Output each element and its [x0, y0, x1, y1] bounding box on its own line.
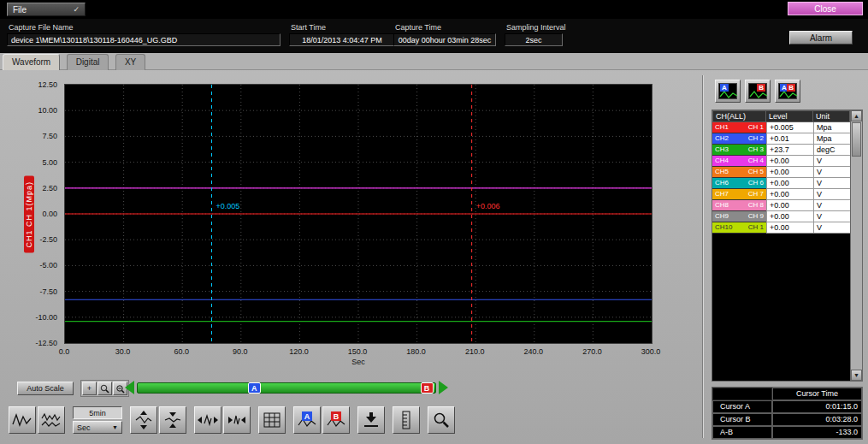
horizontal-compress-button[interactable]	[223, 406, 251, 434]
channel-row[interactable]: CH5CH 5+0.00V	[712, 167, 850, 178]
time-unit-label: Sec	[77, 423, 91, 432]
horizontal-expand-button[interactable]	[194, 406, 221, 434]
cursor-a-display-button[interactable]: A	[715, 80, 741, 103]
cursor-a-marker[interactable]: A	[248, 382, 261, 394]
horizontal-expand-icon	[198, 411, 218, 429]
sampling-interval-field[interactable]	[505, 33, 563, 46]
down-arrow-icon	[363, 411, 380, 429]
vertical-compress-button[interactable]	[159, 406, 186, 434]
y-axis-labels: 12.5010.007.505.002.500.00-2.50-5.00-7.5…	[7, 84, 61, 344]
column-header-channel: CH(ALL)	[712, 110, 766, 122]
zoom-select-button[interactable]	[97, 382, 112, 395]
ruler-icon	[400, 411, 412, 429]
y-tick-label: -10.00	[7, 313, 57, 322]
waveform-display-button[interactable]	[9, 406, 36, 434]
scroll-up-icon[interactable]: ▲	[851, 110, 862, 121]
channel-row[interactable]: CH7CH 7+0.00V	[712, 189, 850, 200]
vertical-expand-icon	[133, 411, 154, 429]
y-tick-label: 7.50	[7, 132, 57, 140]
cursor-a-button[interactable]: A	[293, 406, 321, 434]
y-tick-label: 12.50	[7, 80, 57, 89]
cursor-b-display-button[interactable]: B	[745, 80, 771, 103]
capture-time-field[interactable]	[393, 33, 496, 46]
chevron-down-icon: ▼	[112, 424, 118, 430]
time-unit-dropdown[interactable]: Sec ▼	[73, 421, 122, 434]
cursor-a-screen-icon: A	[718, 83, 737, 99]
cursor-b-time-value: 0:03:28.0	[772, 413, 862, 426]
cursor-ab-time-value: -133.0	[772, 426, 862, 439]
capture-file-name-field[interactable]	[7, 33, 280, 46]
cursor-ab-row-label: A-B	[712, 426, 772, 439]
alarm-button[interactable]: Alarm	[789, 31, 853, 44]
panel-divider	[702, 75, 704, 438]
y-tick-label: 2.50	[7, 184, 57, 192]
channel-unit-value: V	[813, 222, 850, 234]
channel-id-badge: CH3CH 3	[712, 145, 766, 156]
channel-row[interactable]: CH10CH 1+0.00V	[712, 222, 850, 234]
scroll-left-arrow-icon[interactable]	[125, 381, 134, 394]
file-menu-button[interactable]: File ✓	[7, 3, 86, 16]
scale-ruler-button[interactable]	[393, 406, 420, 434]
vertical-expand-button[interactable]	[130, 406, 157, 434]
channel-level-value: +0.00	[766, 189, 813, 200]
zoom-tool-group: +	[80, 380, 129, 397]
time-scrollbar: A B	[125, 380, 448, 395]
magnifier-pan-icon	[115, 384, 125, 394]
channel-unit-value: V	[813, 189, 850, 200]
x-tick-label: 240.0	[524, 347, 544, 356]
channel-level-value: +0.00	[766, 167, 813, 178]
x-tick-label: 0.0	[59, 347, 70, 356]
channel-row[interactable]: CH3CH 3+23.7degC	[712, 145, 850, 156]
zoom-plus-button[interactable]: +	[82, 382, 97, 395]
channel-row[interactable]: CH9CH 9+0.00V	[712, 211, 850, 222]
flag-b-icon: B	[757, 84, 765, 92]
x-axis-labels: 0.030.060.090.0120.0150.0180.0210.0240.0…	[64, 347, 652, 358]
start-time-field[interactable]	[289, 33, 395, 46]
time-scrollbar-track[interactable]: A B	[137, 382, 436, 394]
channel-row[interactable]: CH6CH 6+0.00V	[712, 178, 850, 189]
channel-row[interactable]: CH8CH 8+0.00V	[712, 200, 850, 211]
cursor-ab-display-button[interactable]: A B	[775, 80, 800, 103]
channel-unit-value: V	[813, 200, 850, 211]
waveform-dual-icon	[41, 411, 62, 429]
cursor-b-button[interactable]: B	[322, 406, 350, 434]
cursor-jump-button[interactable]	[357, 406, 385, 434]
channel-table-scrollbar[interactable]: ▲ ▼	[850, 110, 862, 381]
capture-file-name-label: Capture File Name	[9, 23, 74, 32]
tab-xy[interactable]: XY	[115, 54, 145, 70]
channel-id-badge: CH8CH 8	[712, 200, 766, 211]
channel-unit-value: V	[813, 156, 850, 167]
x-tick-label: 270.0	[582, 347, 602, 356]
cursor-time-table: Cursor Time Cursor A 0:01:15.0 Cursor B …	[712, 387, 863, 440]
auto-scale-button[interactable]: Auto Scale	[17, 382, 74, 395]
channel-row[interactable]: CH2CH 2+0.01Mpa	[712, 133, 850, 145]
waveform-dual-display-button[interactable]	[38, 406, 65, 434]
scrollbar-thumb[interactable]	[852, 122, 861, 157]
digital-grid-button[interactable]	[258, 406, 286, 434]
waveform-plot[interactable]: +0.005+0.006	[64, 84, 652, 344]
channel-unit-value: degC	[813, 145, 850, 156]
x-tick-label: 120.0	[289, 347, 309, 356]
sampling-interval-label: Sampling Interval	[506, 23, 566, 32]
scroll-down-icon[interactable]: ▼	[851, 370, 862, 381]
cursor-b-marker[interactable]: B	[421, 382, 434, 394]
close-button[interactable]: Close	[788, 2, 863, 15]
scroll-right-arrow-icon[interactable]	[439, 381, 448, 394]
waveform-svg	[65, 85, 652, 343]
channel-id-badge: CH6CH 6	[712, 178, 766, 189]
channel-row[interactable]: CH1CH 1+0.005Mpa	[712, 122, 850, 133]
zoom-magnifier-button[interactable]	[428, 406, 455, 434]
channel-unit-value: V	[813, 178, 850, 189]
channel-level-value: +0.01	[766, 133, 813, 145]
channel-id-badge: CH5CH 5	[712, 167, 766, 178]
tab-digital[interactable]: Digital	[67, 54, 109, 70]
column-header-level: Level	[766, 110, 813, 122]
x-tick-label: 30.0	[115, 347, 131, 356]
view-tabs: Waveform Digital XY	[0, 53, 868, 70]
capture-viewer-window: File ✓ Close Capture File Name Start Tim…	[0, 0, 868, 444]
cursor-a-row-label: Cursor A	[712, 400, 772, 413]
channel-row[interactable]: CH4CH 4+0.00V	[712, 156, 850, 167]
tab-waveform[interactable]: Waveform	[3, 54, 60, 70]
channel-unit-value: V	[813, 167, 850, 178]
channel-level-value: +0.005	[766, 122, 813, 133]
